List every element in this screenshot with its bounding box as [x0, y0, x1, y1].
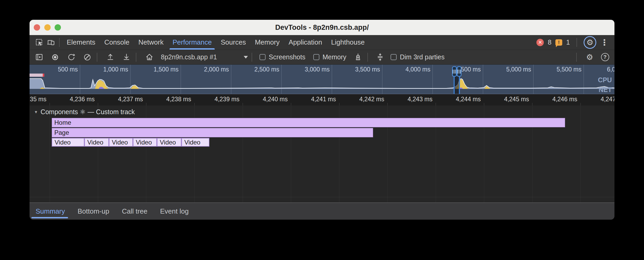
flame-chart-area[interactable]: ▼ Components ⚛ — Custom track HomePageVi…	[30, 105, 614, 203]
warning-icon[interactable]: !	[555, 39, 562, 46]
garbage-collect-icon	[354, 53, 362, 61]
ruler-tick-mark	[580, 103, 581, 105]
clear-icon	[84, 54, 90, 60]
dim-third-parties-label: Dim 3rd parties	[400, 53, 445, 61]
trace-history-label: 8p2n9n.csb.app #1	[161, 53, 217, 61]
overview-tick-label: 3,000 ms	[279, 66, 330, 73]
custom-track-header[interactable]: ▼ Components ⚛ — Custom track	[34, 108, 135, 116]
upload-icon	[106, 53, 115, 61]
tab-call-tree[interactable]: Call tree	[122, 203, 147, 220]
tab-event-log[interactable]: Event log	[160, 203, 189, 220]
overview-tick-label: 6,000 ms	[581, 66, 614, 73]
details-tabbar: SummaryBottom-upCall treeEvent log	[30, 203, 614, 220]
reload-icon	[67, 53, 76, 61]
divider	[136, 53, 136, 62]
selection-edge-line	[454, 76, 455, 94]
tab-memory[interactable]: Memory	[250, 35, 284, 50]
ruler-tick-label: 4,242 ms	[331, 96, 384, 103]
divider	[576, 53, 577, 62]
track-entry-video[interactable]: Video	[133, 138, 157, 147]
screenshots-checkbox[interactable]	[259, 54, 266, 60]
performance-toolbar: 8p2n9n.csb.app #1 Screenshots Memory	[30, 50, 614, 65]
timeline-overview[interactable]: CPU NET 500 ms1,000 ms1,500 ms2,000 ms2,…	[30, 65, 614, 94]
window-title: DevTools - 8p2n9n.csb.app/	[30, 20, 614, 35]
shortcuts-dialog-button[interactable]	[374, 51, 386, 63]
selection-range	[455, 76, 459, 94]
tab-bottom-up[interactable]: Bottom-up	[78, 203, 109, 220]
toggle-sidebar-button[interactable]	[33, 51, 45, 63]
ruler-tick-label: 4,237 ms	[90, 96, 143, 103]
tab-elements[interactable]: Elements	[62, 35, 100, 50]
memory-checkbox[interactable]	[313, 54, 319, 60]
track-entry-video[interactable]: Video	[109, 138, 133, 147]
gear-icon: ⚙	[586, 53, 593, 61]
ruler-tick-mark	[387, 103, 388, 105]
track-entry-video[interactable]: Video	[181, 138, 209, 147]
tab-application[interactable]: Application	[284, 35, 326, 50]
warning-count[interactable]: 1	[566, 38, 570, 46]
divider	[97, 53, 97, 62]
expand-triangle-icon[interactable]: ▼	[34, 110, 38, 114]
home-icon	[145, 53, 154, 61]
cpu-top-line	[30, 79, 614, 88]
help-button[interactable]: ?	[599, 51, 611, 63]
titlebar: DevTools - 8p2n9n.csb.app/	[30, 20, 614, 35]
settings-button[interactable]: ⚙	[584, 36, 596, 49]
gridline	[30, 197, 614, 197]
ruler-tick-label: 4,239 ms	[187, 96, 239, 103]
dim-third-parties-checkbox-row[interactable]: Dim 3rd parties	[391, 53, 445, 61]
selection-handle-left[interactable]	[452, 66, 457, 77]
cpu-area-gray	[30, 79, 614, 89]
load-profile-button[interactable]	[104, 51, 116, 63]
track-entry-page[interactable]: Page	[52, 128, 373, 137]
capture-settings-button[interactable]: ⚙	[584, 51, 595, 63]
ruler-tick-label: 4,238 ms	[138, 96, 191, 103]
more-options-button[interactable]: ⋮	[600, 38, 609, 47]
clear-button[interactable]	[81, 51, 93, 63]
error-icon[interactable]: ✕	[536, 39, 544, 46]
track-entry-video[interactable]: Video	[157, 138, 181, 147]
error-count[interactable]: 8	[548, 38, 551, 46]
screen: DevTools - 8p2n9n.csb.app/ ElementsConso…	[0, 0, 644, 260]
record-button[interactable]	[49, 51, 61, 63]
divider	[367, 53, 368, 62]
tab-sources[interactable]: Sources	[216, 35, 250, 50]
collect-garbage-button[interactable]	[352, 51, 364, 63]
divider	[59, 38, 60, 47]
cpu-band-label: CPU	[598, 76, 612, 84]
ruler-tick-label: 4,246 ms	[525, 96, 577, 103]
tab-lighthouse[interactable]: Lighthouse	[327, 35, 369, 50]
screenshots-checkbox-row[interactable]: Screenshots	[259, 53, 305, 61]
ruler-tick-label: 4,240 ms	[235, 96, 288, 103]
devtools-window: DevTools - 8p2n9n.csb.app/ ElementsConso…	[30, 20, 614, 220]
record-icon	[52, 54, 58, 60]
save-profile-button[interactable]	[121, 51, 132, 63]
memory-checkbox-row[interactable]: Memory	[313, 53, 346, 61]
sidebar-panel-icon	[35, 53, 44, 61]
tab-console[interactable]: Console	[100, 35, 134, 50]
trace-history-selector[interactable]: 8p2n9n.csb.app #1	[161, 53, 248, 61]
overview-tick-label: 3,500 ms	[329, 66, 380, 73]
overview-tick-label: 4,000 ms	[380, 66, 430, 73]
main-tabs: ElementsConsoleNetworkPerformanceSources…	[62, 35, 369, 50]
device-toolbar-icon	[46, 38, 55, 47]
record-and-reload-button[interactable]	[65, 51, 77, 63]
device-toolbar-button[interactable]	[45, 37, 56, 48]
timeline-ruler[interactable]: 4,235 ms4,236 ms4,237 ms4,238 ms4,239 ms…	[30, 94, 614, 105]
tab-network[interactable]: Network	[134, 35, 168, 50]
tab-summary[interactable]: Summary	[36, 203, 65, 220]
overview-tick-label: 1,000 ms	[78, 66, 128, 73]
ruler-tick-mark	[291, 103, 291, 105]
devtools-tabbar: ElementsConsoleNetworkPerformanceSources…	[30, 35, 614, 50]
active-tab-underline	[31, 217, 68, 218]
dim-third-parties-checkbox[interactable]	[391, 54, 397, 60]
overview-tick-label: 500 ms	[30, 66, 78, 73]
live-metrics-button[interactable]	[143, 51, 155, 63]
chevron-down-icon	[244, 56, 248, 59]
track-entry-video[interactable]: Video	[52, 138, 84, 147]
selection-handle-right[interactable]	[457, 66, 462, 77]
track-entry-home[interactable]: Home	[52, 118, 565, 127]
track-entry-video[interactable]: Video	[84, 138, 109, 147]
inspect-element-button[interactable]	[33, 37, 45, 48]
tab-performance[interactable]: Performance	[168, 35, 216, 50]
